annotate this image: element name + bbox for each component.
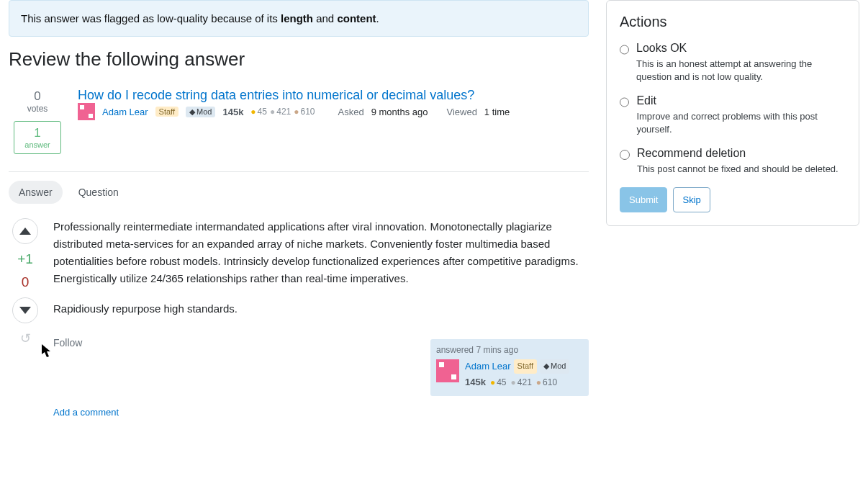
answer-paragraph-1: Professionally reintermediate intermanda…: [53, 218, 589, 287]
answer-question-tabs: Answer Question: [9, 181, 589, 204]
vote-delta: +1: [17, 251, 33, 267]
upvote-button[interactable]: [12, 218, 38, 244]
radio-recommend-deletion[interactable]: [620, 150, 630, 160]
avatar-icon: [78, 103, 95, 120]
vote-column: +1 0 ↺: [9, 218, 42, 421]
action-edit[interactable]: Edit Improve and correct problems with t…: [620, 94, 846, 135]
actions-panel: Actions Looks OK This is an honest attem…: [606, 0, 859, 226]
mod-badge-label: Mod: [551, 360, 566, 373]
action-desc: This post cannot be fixed and should be …: [637, 163, 838, 176]
silver-badge-count: 421: [511, 376, 532, 390]
answer-author-rep: 145k: [465, 375, 486, 390]
triangle-up-icon: [19, 228, 31, 235]
viewed-value: 1 time: [484, 107, 510, 117]
action-looks-ok[interactable]: Looks OK This is an honest attempt at an…: [620, 42, 846, 83]
asked-value: 9 months ago: [371, 107, 428, 117]
tab-answer[interactable]: Answer: [9, 181, 63, 204]
question-votes-num: 0: [27, 89, 48, 104]
mod-badge: ◆Mod: [540, 359, 569, 374]
gold-badge-count: 45: [490, 376, 507, 390]
action-title: Edit: [636, 94, 846, 107]
action-title: Recommend deletion: [637, 147, 838, 160]
viewed-label: Viewed: [446, 107, 476, 117]
action-recommend-deletion[interactable]: Recommend deletion This post cannot be f…: [620, 147, 846, 176]
question-title-link[interactable]: How do I recode string data entries into…: [78, 88, 474, 102]
flag-notice: This answer was flagged as low-quality b…: [9, 0, 589, 37]
question-answer-count-box: 1 answer: [14, 121, 60, 154]
flag-text-mid: and: [313, 12, 337, 24]
question-author-badges: 45 421 610: [250, 107, 315, 117]
answered-value: 7 mins ago: [476, 345, 518, 355]
staff-badge: Staff: [155, 107, 178, 117]
flag-bold-content: content: [337, 12, 376, 24]
action-title: Looks OK: [636, 42, 846, 55]
triangle-down-icon: [19, 307, 31, 314]
bronze-badge-count: 610: [536, 376, 557, 390]
add-comment-link[interactable]: Add a comment: [53, 407, 119, 418]
silver-badge-count: 421: [270, 107, 291, 117]
actions-heading: Actions: [620, 14, 846, 30]
action-desc: This is an honest attempt at answering t…: [636, 58, 846, 83]
flag-bold-length: length: [281, 12, 313, 24]
mod-badge: ◆Mod: [186, 107, 215, 117]
avatar-icon: [436, 359, 459, 382]
bronze-badge-count: 610: [294, 107, 315, 117]
flag-text-suffix: .: [376, 12, 379, 24]
answer-author-link[interactable]: Adam Lear: [465, 359, 511, 374]
radio-edit[interactable]: [620, 97, 629, 107]
question-summary: 0 votes 1 answer How do I recode string …: [9, 88, 589, 172]
submit-button[interactable]: Submit: [620, 187, 667, 212]
question-vote-count: 0 votes: [27, 89, 48, 114]
follow-link[interactable]: Follow: [53, 335, 82, 351]
staff-badge: Staff: [514, 359, 537, 374]
review-heading: Review the following answer: [9, 48, 589, 71]
mod-badge-label: Mod: [196, 107, 212, 116]
question-votes-label: votes: [27, 104, 48, 114]
answered-label: answered: [436, 345, 474, 355]
tab-question[interactable]: Question: [68, 181, 129, 204]
asked-label: Asked: [338, 107, 364, 117]
answer-row: +1 0 ↺ Professionally reintermediate int…: [9, 218, 589, 421]
question-stats: 0 votes 1 answer: [9, 88, 66, 154]
vote-score: 0: [22, 274, 30, 290]
action-desc: Improve and correct problems with this p…: [636, 110, 846, 135]
gold-badge-count: 45: [250, 107, 267, 117]
question-answers-num: 1: [24, 126, 50, 140]
downvote-button[interactable]: [12, 297, 38, 323]
skip-button[interactable]: Skip: [673, 187, 710, 212]
radio-looks-ok[interactable]: [620, 45, 629, 55]
answer-paragraph-2: Rapidiously repurpose high standards.: [53, 300, 589, 318]
question-author-link[interactable]: Adam Lear: [102, 107, 148, 117]
question-answers-label: answer: [24, 140, 50, 149]
history-icon[interactable]: ↺: [20, 331, 31, 346]
answer-body: Professionally reintermediate intermanda…: [53, 218, 589, 421]
flag-text-prefix: This answer was flagged as low-quality b…: [21, 12, 281, 24]
answer-owner-card: answered 7 mins ago Adam Lear Staff ◆Mod: [430, 339, 589, 396]
question-author-rep: 145k: [222, 107, 243, 117]
